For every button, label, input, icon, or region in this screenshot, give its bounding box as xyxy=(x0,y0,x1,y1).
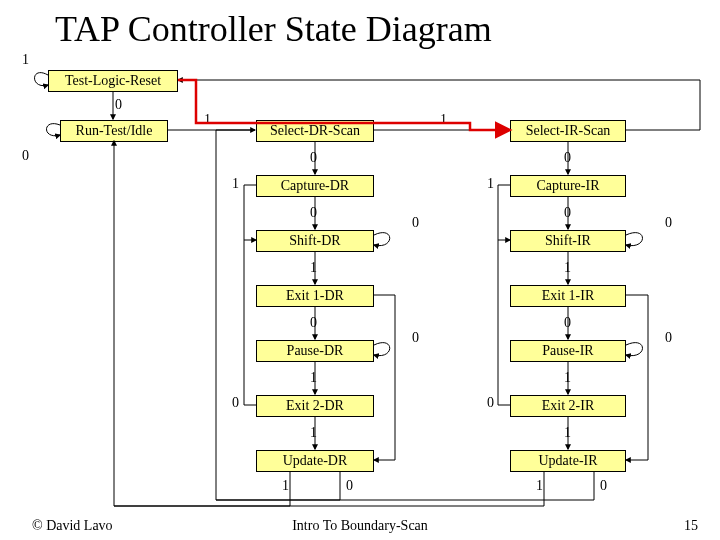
label-upddr-left: 1 xyxy=(282,478,289,494)
label-seldr-capdr: 0 xyxy=(310,150,317,166)
label-ex2dr-upddr: 1 xyxy=(310,425,317,441)
label-shfdr-self: 0 xyxy=(412,215,419,231)
state-select-ir-scan: Select-IR-Scan xyxy=(510,120,626,142)
label-capdr-left: 1 xyxy=(232,176,239,192)
state-update-ir: Update-IR xyxy=(510,450,626,472)
state-exit1-ir: Exit 1-IR xyxy=(510,285,626,307)
label-ex1dr-paudr: 0 xyxy=(310,315,317,331)
label-capir-shfir: 0 xyxy=(564,205,571,221)
state-update-dr: Update-DR xyxy=(256,450,374,472)
footer-title: Intro To Boundary-Scan xyxy=(0,518,720,534)
state-shift-dr: Shift-DR xyxy=(256,230,374,252)
state-exit1-dr: Exit 1-DR xyxy=(256,285,374,307)
state-capture-ir: Capture-IR xyxy=(510,175,626,197)
label-capdr-shfdr: 0 xyxy=(310,205,317,221)
label-updir-left: 1 xyxy=(536,478,543,494)
label-upddr-right: 0 xyxy=(346,478,353,494)
state-exit2-ir: Exit 2-IR xyxy=(510,395,626,417)
state-shift-ir: Shift-IR xyxy=(510,230,626,252)
label-paudr-self: 0 xyxy=(412,330,419,346)
state-pause-ir: Pause-IR xyxy=(510,340,626,362)
label-paudr-ex2dr: 1 xyxy=(310,370,317,386)
page-title: TAP Controller State Diagram xyxy=(55,8,492,50)
label-tlr-self: 1 xyxy=(22,52,29,68)
label-ex2ir-left: 0 xyxy=(487,395,494,411)
state-run-test-idle: Run-Test/Idle xyxy=(60,120,168,142)
label-seldr-selir: 1 xyxy=(440,112,447,128)
label-ex1ir-pauir: 0 xyxy=(564,315,571,331)
label-pauir-self: 0 xyxy=(665,330,672,346)
footer-page-number: 15 xyxy=(684,518,698,534)
state-pause-dr: Pause-DR xyxy=(256,340,374,362)
state-select-dr-scan: Select-DR-Scan xyxy=(256,120,374,142)
label-shfir-ex1ir: 1 xyxy=(564,260,571,276)
label-ex2ir-updir: 1 xyxy=(564,425,571,441)
label-rti-seldr: 1 xyxy=(204,112,211,128)
label-shfir-self: 0 xyxy=(665,215,672,231)
label-updir-right: 0 xyxy=(600,478,607,494)
label-rti-self: 0 xyxy=(22,148,29,164)
label-tlr-rti: 0 xyxy=(115,97,122,113)
label-selir-capir: 0 xyxy=(564,150,571,166)
label-pauir-ex2ir: 1 xyxy=(564,370,571,386)
label-capir-left: 1 xyxy=(487,176,494,192)
state-exit2-dr: Exit 2-DR xyxy=(256,395,374,417)
label-ex2dr-left: 0 xyxy=(232,395,239,411)
state-capture-dr: Capture-DR xyxy=(256,175,374,197)
state-test-logic-reset: Test-Logic-Reset xyxy=(48,70,178,92)
label-shfdr-ex1dr: 1 xyxy=(310,260,317,276)
